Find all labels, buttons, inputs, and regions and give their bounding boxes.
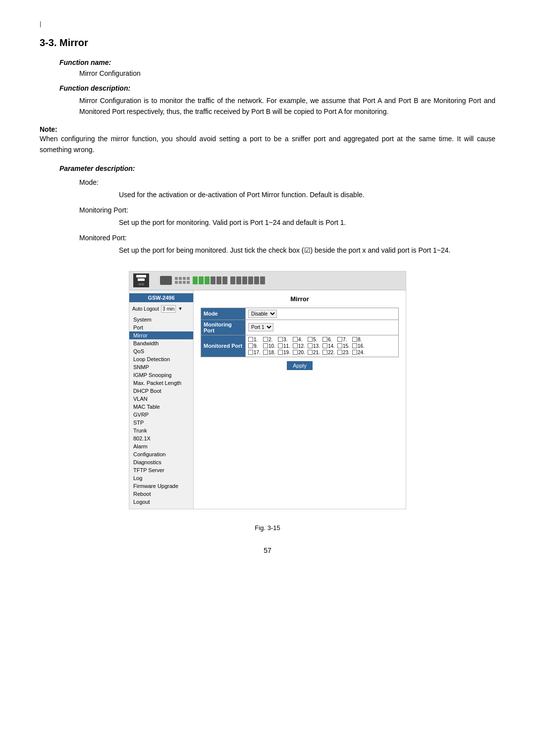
param-monitoring-port-name: Monitoring Port:	[79, 206, 495, 214]
auto-logout-row: Auto Logout 3 min ▼	[129, 304, 193, 314]
param-mode-name: Mode:	[79, 178, 495, 186]
sidebar-item-igmp-snooping[interactable]: IGMP Snooping	[129, 371, 193, 379]
sidebar-item-alarm[interactable]: Alarm	[129, 442, 193, 450]
mode-value-cell: Disable Enable	[246, 308, 399, 320]
monitored-port-checkboxes: 1. 2. 3. 4. 5. 6. 7. 8. 9.	[246, 335, 399, 357]
monitored-port-row: Monitored Port 1. 2. 3. 4. 5. 6. 7. 8.	[201, 335, 399, 357]
sidebar-item-mirror[interactable]: Mirror	[129, 331, 193, 339]
screenshot-topbar: one	[129, 271, 406, 290]
function-description-label: Function description:	[59, 84, 495, 92]
sidebar-item-vlan[interactable]: VLAN	[129, 395, 193, 403]
note-label: Note:	[40, 125, 57, 133]
cb-port-13: 13.	[308, 343, 321, 349]
note-text: When configuring the mirror function, yo…	[40, 133, 495, 156]
fig-caption: Fig. 3-15	[40, 524, 495, 532]
sidebar-item-tftp-server[interactable]: TFTP Server	[129, 466, 193, 474]
device-label: GSW-2496	[129, 293, 193, 302]
param-mode-desc: Used for the activation or de-activation…	[119, 189, 495, 200]
apply-button[interactable]: Apply	[287, 361, 313, 370]
parameter-description-label: Parameter description:	[59, 164, 495, 172]
cb-port-5: 5.	[308, 337, 321, 342]
monitored-port-row3: 17. 18. 19. 20. 21. 22. 23. 24.	[248, 350, 396, 355]
sidebar-item-bandwidth[interactable]: Bandwidth	[129, 339, 193, 347]
sidebar: GSW-2496 Auto Logout 3 min ▼ System Port…	[129, 290, 194, 509]
mode-row: Mode Disable Enable	[201, 308, 399, 320]
sidebar-item-port[interactable]: Port	[129, 324, 193, 331]
cb-port-8: 8.	[352, 337, 366, 342]
monitored-port-header: Monitored Port	[201, 335, 246, 357]
cb-port-6: 6.	[322, 337, 336, 342]
param-monitoring-port-desc: Set up the port for monitoring. Valid po…	[119, 217, 495, 228]
section-title: 3-3. Mirror	[40, 37, 495, 49]
mirror-config-table: Mode Disable Enable Monitoring Port	[201, 308, 399, 357]
sidebar-item-dhcp-boot[interactable]: DHCP Boot	[129, 387, 193, 395]
port-status-group	[193, 276, 227, 284]
cb-port-7: 7.	[337, 337, 351, 342]
cb-port-17: 17.	[248, 350, 262, 355]
auto-logout-dropdown-icon[interactable]: ▼	[178, 306, 182, 311]
param-monitored-port-name: Monitored Port:	[79, 234, 495, 242]
cb-port-10: 10.	[263, 343, 277, 349]
screenshot-main: Mirror Mode Disable Enable Monitoring	[194, 290, 406, 509]
sidebar-item-snmp[interactable]: SNMP	[129, 363, 193, 371]
page-number: 57	[40, 546, 495, 554]
nav-dots	[175, 277, 190, 284]
cb-port-3: 3.	[278, 337, 292, 342]
port-status-group2	[230, 276, 265, 284]
page-marker: |	[40, 20, 495, 27]
cb-port-1: 1.	[248, 337, 262, 342]
sidebar-item-system[interactable]: System	[129, 316, 193, 324]
cb-port-2: 2.	[263, 337, 277, 342]
device-logo: one	[133, 273, 149, 287]
sidebar-item-configuration[interactable]: Configuration	[129, 450, 193, 458]
sidebar-item-logout[interactable]: Logout	[129, 498, 193, 506]
sidebar-item-8021x[interactable]: 802.1X	[129, 434, 193, 442]
function-name-value: Mirror Configuration	[79, 69, 495, 77]
cb-port-12: 12.	[293, 343, 307, 349]
sidebar-item-qos[interactable]: QoS	[129, 347, 193, 355]
cb-port-15: 15.	[337, 343, 351, 349]
function-description-text: Mirror Configuration is to monitor the t…	[79, 95, 495, 117]
cb-port-11: 11.	[278, 343, 292, 349]
sidebar-item-trunk[interactable]: Trunk	[129, 427, 193, 434]
auto-logout-label: Auto Logout	[132, 306, 159, 312]
monitored-port-row1: 1. 2. 3. 4. 5. 6. 7. 8.	[248, 337, 396, 342]
cb-port-19: 19.	[278, 350, 292, 355]
sidebar-item-gvrp[interactable]: GVRP	[129, 411, 193, 419]
sidebar-item-max-packet-length[interactable]: Max. Packet Length	[129, 379, 193, 387]
port-icon	[160, 276, 172, 285]
cb-port-22: 22.	[322, 350, 336, 355]
mirror-title: Mirror	[201, 295, 399, 303]
mode-header: Mode	[201, 308, 246, 320]
screenshot-container: one GSW-2496 Aut	[129, 271, 406, 509]
monitoring-port-value-cell: Port 1 Port 2	[246, 320, 399, 335]
sidebar-item-mac-table[interactable]: MAC Table	[129, 403, 193, 411]
cb-port-16: 16.	[352, 343, 366, 349]
sidebar-item-stp[interactable]: STP	[129, 419, 193, 427]
screenshot-body: GSW-2496 Auto Logout 3 min ▼ System Port…	[129, 290, 406, 509]
cb-port-20: 20.	[293, 350, 307, 355]
mode-select[interactable]: Disable Enable	[248, 310, 277, 318]
sidebar-item-firmware-upgrade[interactable]: Firmware Upgrade	[129, 482, 193, 490]
cb-port-4: 4.	[293, 337, 307, 342]
sidebar-item-loop-detection[interactable]: Loop Detection	[129, 355, 193, 363]
monitoring-port-row: Monitoring Port Port 1 Port 2	[201, 320, 399, 335]
cb-port-14: 14.	[322, 343, 336, 349]
cb-port-9: 9.	[248, 343, 262, 349]
monitored-port-row2: 9. 10. 11. 12. 13. 14. 15. 16.	[248, 343, 396, 349]
monitoring-port-header: Monitoring Port	[201, 320, 246, 335]
param-monitored-port-desc: Set up the port for being monitored. Jus…	[119, 245, 495, 256]
monitoring-port-select[interactable]: Port 1 Port 2	[248, 323, 273, 331]
cb-port-23: 23.	[337, 350, 351, 355]
cb-port-18: 18.	[263, 350, 277, 355]
sidebar-item-log[interactable]: Log	[129, 474, 193, 482]
cb-port-21: 21.	[308, 350, 321, 355]
sidebar-item-reboot[interactable]: Reboot	[129, 490, 193, 498]
auto-logout-value[interactable]: 3 min	[161, 305, 176, 313]
function-name-label: Function name:	[59, 58, 495, 66]
cb-port-24: 24.	[352, 350, 366, 355]
sidebar-item-diagnostics[interactable]: Diagnostics	[129, 458, 193, 466]
